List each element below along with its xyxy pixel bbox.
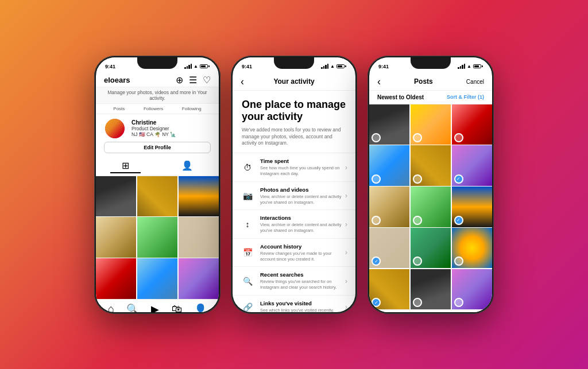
nav-shop-icon[interactable]: 🛍: [172, 303, 182, 312]
time-2: 9:41: [242, 64, 252, 69]
photo-8[interactable]: [137, 258, 177, 298]
post-photo-15[interactable]: [452, 269, 492, 309]
post-photo-1[interactable]: [369, 104, 409, 145]
posts-photo-grid: ✓ ✓ ✓: [369, 104, 492, 310]
account-history-icon: 📅: [241, 246, 254, 259]
post-photo-4[interactable]: [369, 145, 409, 185]
edit-profile-button[interactable]: Edit Profile: [104, 142, 211, 153]
phone-profile: 9:41 ▲ eloears: [94, 56, 220, 314]
photo-9[interactable]: [179, 258, 219, 298]
phone-screen-activity: 9:41 ▲ ‹ Your: [233, 57, 355, 312]
recent-searches-label: Recent searches: [260, 271, 345, 278]
post-photo-5[interactable]: [411, 145, 451, 185]
links-visited-desc: See which links you've visited recently.: [260, 308, 345, 312]
select-check-6: ✓: [454, 174, 463, 184]
select-circle-7: [372, 216, 381, 225]
photo-5[interactable]: [137, 217, 177, 257]
time-spent-icon: ⏱: [241, 161, 254, 174]
post-photo-13[interactable]: ✓: [369, 269, 409, 309]
menu-item-interactions[interactable]: ↕ Interactions View, archive or delete c…: [233, 210, 355, 239]
post-photo-11[interactable]: [411, 228, 451, 268]
select-circle-15: [454, 298, 463, 307]
menu-item-account-history[interactable]: 📅 Account history Review changes you've …: [233, 239, 355, 267]
grid-tabs: ⊞ 👤: [96, 157, 219, 176]
menu-item-recent-searches[interactable]: 🔍 Recent searches Review things you've s…: [233, 267, 355, 296]
banner-text: Manage your photos, videos and more in Y…: [107, 90, 207, 101]
profile-stats: Posts Followers Following: [96, 104, 219, 114]
profile-header-icons: ⊕ ☰ ♡: [176, 75, 211, 86]
avatar: [104, 118, 126, 139]
time-3: 9:41: [378, 64, 389, 69]
phone-screen-posts: 9:41 ▲ ‹ Post: [369, 57, 492, 312]
notch-3: [411, 57, 451, 69]
wifi-icon: ▲: [194, 64, 198, 69]
select-circle-3: [454, 133, 463, 142]
select-circle-4: [372, 174, 381, 184]
photo-6[interactable]: [179, 217, 219, 257]
post-photo-14[interactable]: [411, 269, 451, 309]
post-photo-12[interactable]: [452, 228, 492, 268]
photo-4[interactable]: [96, 217, 136, 257]
bio-location: NJ 🇺🇸 CA 🌴 NY 🗽: [131, 131, 211, 137]
interactions-icon: ↕: [241, 217, 254, 231]
post-photo-6[interactable]: ✓: [452, 145, 492, 185]
phone-screen-profile: 9:41 ▲ eloears: [96, 57, 219, 312]
posts-header: ‹ Posts Cancel: [369, 72, 492, 91]
tab-grid[interactable]: ⊞: [110, 159, 141, 173]
interactions-desc: View, archive or delete content and acti…: [260, 222, 345, 234]
sort-filter-button[interactable]: Sort & Filter (1): [447, 94, 484, 100]
post-photo-3[interactable]: [452, 104, 492, 145]
time-spent-label: Time spent: [260, 158, 345, 164]
posts-title: Posts: [414, 77, 433, 86]
tab-tagged[interactable]: 👤: [170, 159, 204, 173]
photos-videos-desc: View, archive or delete content and acti…: [260, 194, 345, 205]
photo-1[interactable]: [96, 176, 136, 216]
chevron-right-icon-6: ›: [345, 303, 347, 311]
recent-searches-desc: Review things you've searched for on Ins…: [260, 279, 345, 290]
post-photo-10[interactable]: ✓: [369, 228, 409, 268]
photo-7[interactable]: [96, 258, 136, 298]
nav-reels-icon[interactable]: ▶: [151, 303, 159, 312]
status-icons-1: ▲: [184, 64, 210, 69]
back-button-3[interactable]: ‹: [377, 76, 381, 88]
photo-2[interactable]: [137, 176, 177, 216]
post-photo-2[interactable]: [411, 104, 451, 145]
battery-icon-3: [473, 64, 483, 68]
notch-2: [274, 57, 314, 69]
back-button-2[interactable]: ‹: [241, 76, 244, 88]
chevron-right-icon-5: ›: [345, 277, 347, 285]
links-visited-label: Links you've visited: [260, 300, 345, 306]
nav-search-icon[interactable]: 🔍: [126, 303, 139, 312]
select-circle-1: [372, 133, 381, 142]
activity-hero: One place to manage your activity We've …: [233, 91, 355, 154]
post-photo-8[interactable]: [411, 187, 451, 227]
stat-followers: Followers: [144, 106, 163, 111]
menu-icon[interactable]: ☰: [189, 75, 197, 86]
chevron-right-icon-3: ›: [345, 220, 347, 228]
menu-item-photos-videos[interactable]: 📷 Photos and videos View, archive or del…: [233, 182, 355, 211]
menu-item-links-visited[interactable]: 🔗 Links you've visited See which links y…: [233, 296, 355, 312]
cancel-button[interactable]: Cancel: [466, 79, 484, 85]
post-photo-9[interactable]: ✓: [452, 187, 492, 227]
wifi-icon-2: ▲: [330, 64, 335, 69]
chevron-right-icon-2: ›: [345, 192, 347, 200]
photo-3[interactable]: [179, 176, 219, 216]
phone-posts: 9:41 ▲ ‹ Post: [368, 56, 494, 314]
stat-following: Following: [182, 106, 202, 111]
add-post-icon[interactable]: ⊕: [176, 75, 183, 86]
chevron-right-icon-4: ›: [345, 248, 347, 257]
battery-icon-2: [336, 64, 346, 68]
recent-searches-icon: 🔍: [241, 274, 254, 288]
wifi-icon-3: ▲: [467, 64, 471, 69]
posts-footer: Archive(4) Delete(4): [369, 309, 492, 312]
account-history-desc: Review changes you've made to your accou…: [260, 251, 345, 262]
heart-icon[interactable]: ♡: [203, 75, 211, 86]
post-photo-7[interactable]: [369, 187, 409, 227]
nav-home-icon[interactable]: ⌂: [108, 303, 114, 312]
status-icons-2: ▲: [321, 64, 346, 69]
activity-title: Your activity: [273, 77, 314, 86]
menu-item-time-spent[interactable]: ⏱ Time spent See how much time you usual…: [233, 153, 355, 182]
stat-following-label: Following: [182, 106, 202, 111]
nav-profile-icon[interactable]: 👤: [194, 303, 207, 312]
activity-header: ‹ Your activity: [233, 72, 355, 91]
